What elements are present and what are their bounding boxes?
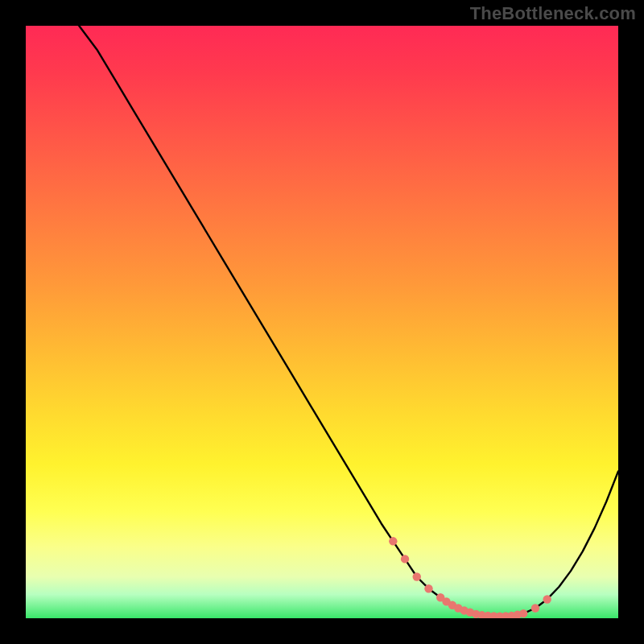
marker-dot bbox=[519, 609, 527, 617]
marker-dot bbox=[389, 537, 397, 545]
highlight-markers bbox=[389, 537, 551, 618]
chart-frame: TheBottleneck.com bbox=[0, 0, 644, 644]
marker-dot bbox=[531, 604, 539, 612]
marker-dot bbox=[543, 595, 551, 603]
marker-dot bbox=[401, 555, 409, 563]
watermark-text: TheBottleneck.com bbox=[470, 3, 636, 24]
bottleneck-curve bbox=[26, 26, 618, 617]
curve-layer bbox=[26, 26, 618, 618]
marker-dot bbox=[424, 584, 432, 592]
marker-dot bbox=[413, 572, 421, 580]
plot-area bbox=[26, 26, 618, 618]
